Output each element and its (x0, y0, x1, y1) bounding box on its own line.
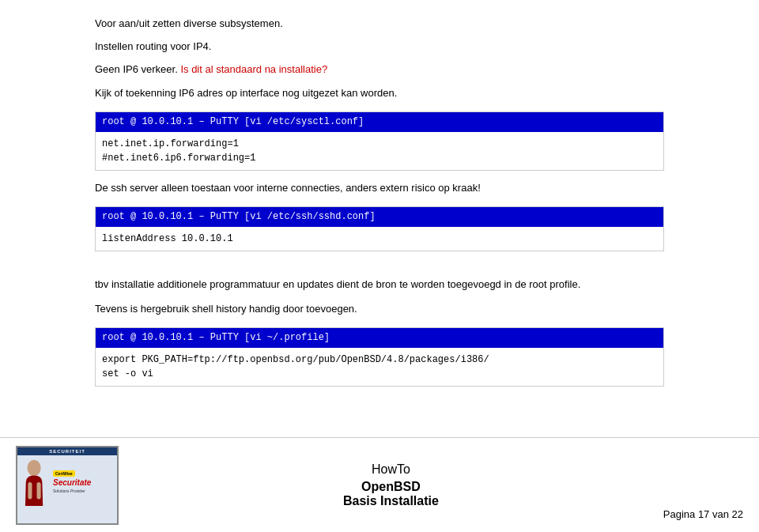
logo-middle: CertWise Securitate Solutions Provider (17, 455, 117, 509)
terminal1-body: net.inet.ip.forwarding=1 #net.inet6.ip6.… (96, 132, 663, 170)
logo-top-text: SECURITEIT (49, 449, 85, 454)
terminal1-line2: #net.inet6.ip6.forwarding=1 (102, 151, 657, 165)
terminal3-title: root @ 10.0.10.1 – PuTTY [vi ~/.profile] (96, 328, 663, 348)
footer-page-number: Pagina 17 van 22 (663, 508, 743, 524)
terminal3-line1: export PKG_PATH=ftp://ftp.openbsd.org/pu… (102, 353, 657, 367)
page-container: Voor aan/uit zetten diverse subsystemen.… (0, 0, 759, 532)
para4-text: Kijk of toekenning IP6 adres op interfac… (95, 87, 397, 99)
terminal2-title: root @ 10.0.10.1 – PuTTY [vi /etc/ssh/ss… (96, 207, 663, 227)
page-footer: SECURITEIT CertWise Securitate (0, 437, 759, 532)
svg-rect-2 (37, 482, 41, 499)
main-content: Voor aan/uit zetten diverse subsystemen.… (0, 0, 759, 437)
terminal1-title: root @ 10.0.10.1 – PuTTY [vi /etc/sysctl… (96, 112, 663, 132)
logo: SECURITEIT CertWise Securitate (16, 446, 119, 525)
terminal-block-3: root @ 10.0.10.1 – PuTTY [vi ~/.profile]… (95, 327, 664, 387)
terminal2-line1: listenAddress 10.0.10.1 (102, 232, 657, 246)
logo-right-content: CertWise Securitate Solutions Provider (53, 470, 91, 493)
paragraph-5: tbv installatie additionele programmatuu… (95, 277, 664, 293)
logo-sub-text: Solutions Provider (53, 489, 85, 493)
terminal3-line2: set -o vi (102, 367, 657, 381)
logo-name-text: Securitate (53, 478, 91, 487)
paragraph-2: Instellen routing voor IP4. (95, 39, 664, 55)
para2-text: Instellen routing voor IP4. (95, 40, 211, 52)
logo-top-bar: SECURITEIT (17, 447, 117, 455)
paragraph-3: Geen IP6 verkeer. Is dit al standaard na… (95, 62, 664, 78)
paragraph-middle: De ssh server alleen toestaan voor inter… (95, 180, 664, 197)
paragraph-6: Tevens is hergebruik shell history handi… (95, 301, 664, 318)
spacer-middle (95, 261, 664, 269)
terminal-block-2: root @ 10.0.10.1 – PuTTY [vi /etc/ssh/ss… (95, 206, 664, 251)
cert-badge: CertWise (53, 470, 75, 477)
para3-link: Is dit al standaard na installatie? (180, 63, 327, 75)
svg-point-0 (28, 459, 41, 476)
securitate-text: Securitate (53, 478, 91, 487)
terminal-block-1: root @ 10.0.10.1 – PuTTY [vi /etc/sysctl… (95, 111, 664, 171)
paragraph-1: Voor aan/uit zetten diverse subsystemen. (95, 16, 664, 32)
svg-rect-1 (28, 482, 32, 499)
para1-text: Voor aan/uit zetten diverse subsystemen. (95, 17, 283, 29)
person-silhouette-icon (21, 458, 48, 506)
terminal3-body: export PKG_PATH=ftp://ftp.openbsd.org/pu… (96, 348, 663, 386)
para3-text: Geen IP6 verkeer. (95, 63, 178, 75)
footer-howto-label: HowTo (119, 462, 663, 477)
footer-center: HowTo OpenBSD Basis Installatie (119, 462, 663, 508)
para3-link-text: Is dit al standaard na installatie? (180, 63, 327, 75)
logo-sub1-text: Solutions Provider (53, 489, 85, 493)
para5-text: tbv installatie additionele programmatuu… (95, 278, 580, 290)
terminal2-body: listenAddress 10.0.10.1 (96, 227, 663, 251)
paragraph-4: Kijk of toekenning IP6 adres op interfac… (95, 85, 664, 102)
footer-title-line2: Basis Installatie (119, 494, 663, 508)
cert-badge-text: CertWise (55, 471, 73, 476)
terminal1-line1: net.inet.ip.forwarding=1 (102, 137, 657, 151)
footer-title-line1: OpenBSD (119, 480, 663, 494)
para-middle-text: De ssh server alleen toestaan voor inter… (95, 182, 481, 194)
para6-text: Tevens is hergebruik shell history handi… (95, 303, 357, 315)
